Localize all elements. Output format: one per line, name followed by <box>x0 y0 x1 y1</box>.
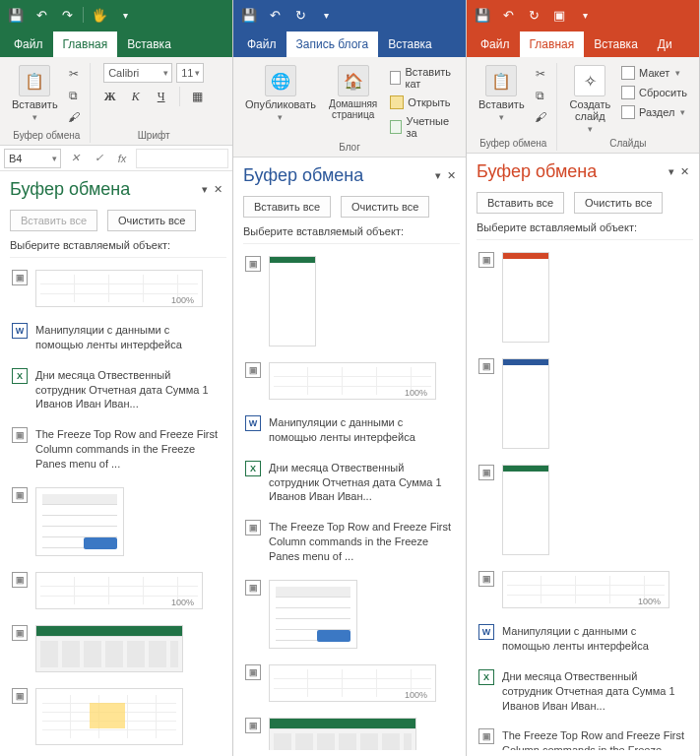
qat-dropdown-icon[interactable]: ▾ <box>113 3 137 27</box>
clipboard-list[interactable]: ▣ ▣ ▣ ▣ W Манипуляции с данными с помощь… <box>477 239 693 750</box>
paste-all-button[interactable]: Вставить все <box>10 210 97 231</box>
paste-button[interactable]: 📋 Вставить ▾ <box>477 63 527 128</box>
clipboard-item[interactable]: ▣ <box>243 574 454 659</box>
enter-icon[interactable]: ✓ <box>89 152 108 164</box>
name-box[interactable]: B4 ▾ <box>4 149 61 168</box>
homepage-button[interactable]: 🏠 Домашняя страница <box>326 63 380 140</box>
tab-design[interactable]: Ди <box>648 32 682 57</box>
clipboard-item[interactable]: ▣ <box>243 712 454 750</box>
clipboard-item[interactable]: ▣ <box>10 264 221 317</box>
clipboard-item[interactable]: X Дни месяца Отвественный сотрудник Отче… <box>477 663 687 724</box>
underline-button[interactable]: Ч <box>152 87 171 106</box>
clipboard-item[interactable]: ▣ <box>10 481 221 566</box>
clipboard-item[interactable]: W Манипуляции с данными с помощью ленты … <box>243 410 454 455</box>
clipboard-list[interactable]: ▣ W Манипуляции с данными с помощью лент… <box>10 257 226 750</box>
clipboard-item[interactable]: ▣ <box>477 565 687 618</box>
undo-icon[interactable]: ↶ <box>496 3 520 27</box>
clipboard-item[interactable]: ▣ <box>10 682 221 750</box>
font-size-dropdown[interactable]: 11 ▾ <box>176 63 204 83</box>
qat-dropdown-icon[interactable]: ▾ <box>314 3 338 27</box>
clipboard-item[interactable]: X Дни месяца Отвественный сотрудник Отче… <box>243 455 454 515</box>
touch-mode-icon[interactable]: 🖐 <box>88 3 111 27</box>
pane-options-icon[interactable]: ▾ <box>202 183 208 196</box>
cut-icon[interactable]: ✂ <box>531 65 550 83</box>
tab-home[interactable]: Главная <box>53 32 118 57</box>
clipboard-item[interactable]: W Манипуляции с данными с помощью ленты … <box>477 618 687 663</box>
tab-insert[interactable]: Вставка <box>584 32 648 57</box>
paste-all-button[interactable]: Вставить все <box>243 196 331 218</box>
format-painter-icon[interactable]: 🖌 <box>531 108 550 126</box>
clipboard-thumb <box>502 465 549 555</box>
tab-insert[interactable]: Вставка <box>378 32 442 57</box>
format-painter-icon[interactable]: 🖌 <box>64 108 84 126</box>
cancel-icon[interactable]: ✕ <box>65 152 85 164</box>
clipboard-item[interactable]: ▣ The Freeze Top Row and Freeze First Co… <box>243 514 454 574</box>
clear-all-button[interactable]: Очистить все <box>107 210 196 231</box>
font-name-dropdown[interactable]: Calibri ▾ <box>103 63 172 83</box>
image-icon: ▣ <box>12 487 28 503</box>
reset-button[interactable]: Сбросить <box>619 85 689 100</box>
paste-all-button[interactable]: Вставить все <box>477 192 564 214</box>
save-icon[interactable]: 💾 <box>237 3 261 27</box>
new-slide-button[interactable]: ✧ Создать слайд ▾ <box>567 63 613 136</box>
bold-button[interactable]: Ж <box>100 87 120 106</box>
tab-blog[interactable]: Запись блога <box>286 32 379 57</box>
image-icon: ▣ <box>12 688 28 704</box>
fx-icon[interactable]: fx <box>112 153 132 164</box>
clipboard-list[interactable]: ▣ ▣ W Манипуляции с данными с помощью ле… <box>243 243 460 750</box>
qat-dropdown-icon[interactable]: ▾ <box>573 3 597 27</box>
clipboard-item[interactable]: ▣ The Freeze Top Row and Freeze First Co… <box>477 723 687 750</box>
close-icon[interactable]: ✕ <box>214 183 223 196</box>
paste-button[interactable]: 📋 Вставить ▾ <box>10 63 60 124</box>
italic-button[interactable]: К <box>126 87 146 106</box>
open-button[interactable]: Открыть <box>388 94 456 110</box>
copy-icon[interactable]: ⧉ <box>64 87 84 104</box>
chevron-down-icon: ▾ <box>32 112 37 122</box>
cut-icon[interactable]: ✂ <box>64 65 84 83</box>
pane-options-icon[interactable]: ▾ <box>435 169 441 182</box>
layout-button[interactable]: Макет▾ <box>619 65 689 81</box>
copy-icon[interactable]: ⧉ <box>531 87 550 104</box>
clipboard-item[interactable]: ▣ <box>477 246 687 352</box>
save-icon[interactable]: 💾 <box>4 3 28 27</box>
start-slideshow-icon[interactable]: ▣ <box>547 3 571 27</box>
clipboard-item[interactable]: ▣ The Freeze Top Row and Freeze First Co… <box>10 421 221 481</box>
clipboard-pane: Буфер обмена ▾ ✕ Вставить все Очистить в… <box>233 158 466 756</box>
clipboard-item[interactable]: ▣ <box>243 659 454 712</box>
section-button[interactable]: Раздел▾ <box>619 104 689 120</box>
clipboard-item[interactable]: X Дни месяца Отвественный сотрудник Отче… <box>10 362 221 422</box>
tab-file[interactable]: Файл <box>4 32 53 57</box>
tab-home[interactable]: Главная <box>520 32 585 57</box>
clipboard-item[interactable]: ▣ <box>477 459 687 565</box>
clear-all-button[interactable]: Очистить все <box>341 196 429 218</box>
excel-window: 💾 ↶ ↷ 🖐 ▾ Файл Главная Вставка 📋 Вставит… <box>0 0 233 756</box>
undo-icon[interactable]: ↶ <box>263 3 286 27</box>
publish-button[interactable]: 🌐 Опубликовать ▾ <box>243 63 318 140</box>
insert-category-button[interactable]: Вставить кат <box>388 65 456 91</box>
redo-icon[interactable]: ↷ <box>55 3 79 27</box>
clipboard-text: Манипуляции с данными с помощью ленты ин… <box>502 624 685 654</box>
word-icon: W <box>12 323 28 339</box>
save-icon[interactable]: 💾 <box>471 3 494 27</box>
tab-file[interactable]: Файл <box>471 32 520 57</box>
redo-icon[interactable]: ↻ <box>288 3 312 27</box>
close-icon[interactable]: ✕ <box>447 169 456 182</box>
image-icon: ▣ <box>245 718 261 733</box>
clipboard-item[interactable]: ▣ <box>10 566 221 619</box>
clipboard-item[interactable]: W Манипуляции с данными с помощью ленты … <box>10 317 221 362</box>
image-icon: ▣ <box>12 572 28 588</box>
clipboard-item[interactable]: ▣ <box>243 356 454 410</box>
clipboard-item[interactable]: ▣ <box>10 619 221 682</box>
redo-icon[interactable]: ↻ <box>522 3 545 27</box>
clear-all-button[interactable]: Очистить все <box>574 192 663 214</box>
clipboard-item[interactable]: ▣ <box>243 250 454 356</box>
clipboard-item[interactable]: ▣ <box>477 352 687 459</box>
tab-insert[interactable]: Вставка <box>117 32 181 57</box>
tab-file[interactable]: Файл <box>237 32 286 57</box>
pane-options-icon[interactable]: ▾ <box>668 165 674 178</box>
close-icon[interactable]: ✕ <box>680 165 689 178</box>
undo-icon[interactable]: ↶ <box>30 3 53 27</box>
border-button[interactable]: ▦ <box>188 87 208 106</box>
accounts-button[interactable]: Учетные за <box>388 114 456 140</box>
formula-input[interactable] <box>136 149 228 168</box>
